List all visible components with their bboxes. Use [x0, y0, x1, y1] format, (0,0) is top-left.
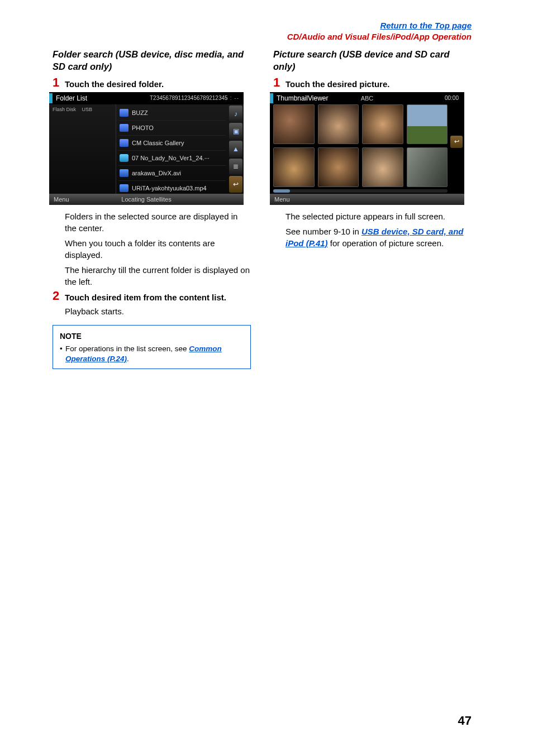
body-text: Folders in the selected source are displ…	[65, 210, 251, 234]
playlist-button[interactable]: ≣	[229, 159, 242, 175]
step-1: 1 Touch the desired picture.	[273, 78, 472, 90]
screen-title: ThumbnailViewer	[277, 94, 329, 102]
step-text: Touch the desired folder.	[65, 78, 251, 90]
step-text: Touch desired item from the content list…	[65, 291, 251, 303]
folder-icon	[120, 139, 129, 147]
body-text: The hierarchy till the current folder is…	[65, 264, 251, 288]
folder-search-heading: Folder search (USB device, disc media, a…	[53, 48, 251, 73]
video-file-icon	[120, 169, 129, 177]
video-filter-button[interactable]: ▣	[229, 123, 242, 140]
picture-thumbnail[interactable]	[318, 104, 359, 144]
folder-icon	[120, 124, 129, 132]
right-column: Picture search (USB device and SD card o…	[273, 48, 472, 369]
step-number: 2	[53, 290, 65, 303]
video-file-icon	[120, 184, 129, 192]
list-item[interactable]: PHOTO	[118, 121, 226, 136]
crumb-usb: USB	[82, 107, 93, 112]
picture-filter-button[interactable]: ▲	[229, 141, 242, 157]
list-item[interactable]: 07 No_Lady_No_Ver1_24.···	[118, 151, 226, 166]
picture-thumbnail[interactable]	[362, 104, 403, 144]
thumbnail-scrollbar[interactable]	[273, 189, 448, 193]
section-breadcrumb: CD/Audio and Visual Files/iPod/App Opera…	[287, 31, 472, 42]
side-toolbar: ♪ ▣ ▲ ≣ ↩	[228, 104, 244, 194]
screen-title: Folder List	[56, 94, 87, 102]
list-item[interactable]: arakawa_DivX.avi	[118, 166, 226, 181]
picture-thumbnail[interactable]	[407, 104, 448, 144]
step-2: 2 Touch desired item from the content li…	[53, 291, 251, 303]
page-number: 47	[458, 714, 472, 728]
body-text: When you touch a folder its contents are…	[65, 237, 251, 261]
picture-thumbnail[interactable]	[273, 147, 315, 187]
picture-search-heading: Picture search (USB device and SD card o…	[273, 48, 472, 73]
folder-list-screenshot: Folder List T234567891123456789212345 --…	[49, 92, 244, 205]
page-header: Return to the Top page CD/Audio and Visu…	[287, 20, 472, 43]
folder-content-list: BUZZ PHOTO CM Classic Gallery 07 No_Lady…	[116, 104, 228, 194]
crumb-root: Flash Disk	[53, 107, 76, 112]
return-top-link[interactable]: Return to the Top page	[380, 21, 472, 30]
back-button[interactable]: ↩	[450, 136, 463, 148]
note-box: NOTE For operations in the list screen, …	[53, 325, 251, 369]
picture-thumbnail[interactable]	[273, 104, 315, 144]
time-indicator: 00:00	[445, 95, 459, 101]
step-number: 1	[273, 76, 285, 90]
list-item[interactable]: BUZZ	[118, 106, 226, 121]
music-filter-button[interactable]: ♪	[229, 106, 242, 122]
menu-button[interactable]: Menu	[49, 196, 69, 203]
body-text: The selected picture appears in full scr…	[285, 210, 472, 222]
picture-thumbnail[interactable]	[362, 147, 403, 187]
folder-hierarchy: Flash Disk USB	[49, 104, 116, 194]
path-text: T234567891123456789212345	[150, 95, 228, 101]
body-text: Playback starts.	[65, 305, 251, 317]
step-number: 1	[53, 76, 65, 90]
list-item[interactable]: CM Classic Gallery	[118, 136, 226, 151]
thumbnail-grid	[273, 104, 448, 187]
picture-thumbnail[interactable]	[318, 147, 359, 187]
music-file-icon	[120, 154, 129, 162]
folder-name: ABC	[361, 95, 374, 102]
picture-thumbnail[interactable]	[407, 147, 448, 187]
menu-button[interactable]: Menu	[270, 196, 290, 203]
note-item: For operations in the list screen, see C…	[60, 344, 244, 364]
folder-icon	[120, 109, 129, 117]
note-title: NOTE	[60, 331, 244, 342]
gps-status: Locating Satellites	[121, 196, 171, 203]
thumbnail-viewer-screenshot: ThumbnailViewer ABC 00:00 ↩ Menu	[270, 92, 464, 205]
time-indicator: -- : --	[223, 95, 239, 101]
left-column: Folder search (USB device, disc media, a…	[53, 48, 251, 369]
body-text: See number 9-10 in USB device, SD card, …	[285, 226, 472, 249]
step-1: 1 Touch the desired folder.	[53, 78, 251, 90]
back-button[interactable]: ↩	[229, 176, 242, 193]
step-text: Touch the desired picture.	[285, 78, 472, 90]
